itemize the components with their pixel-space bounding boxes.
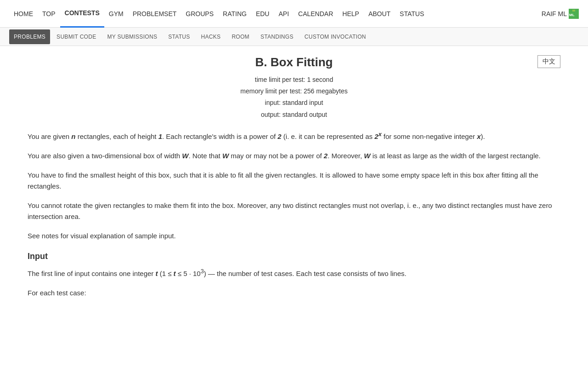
top-navigation: HOME TOP CONTESTS GYM PROBLEMSET GROUPS …: [0, 0, 588, 28]
input-constraint: (1 ≤ t ≤ 5 · 103) — the number of test c…: [158, 270, 407, 277]
memory-limit: memory limit per test: 256 megabytes: [28, 86, 560, 97]
para1-x2: x: [477, 132, 481, 140]
main-content: 中文 B. Box Fitting time limit per test: 1…: [9, 46, 579, 316]
para2-text3: may or may not be a power of: [229, 152, 324, 160]
paragraph-5: See notes for visual explanation of samp…: [28, 230, 560, 242]
input-t: t: [156, 270, 158, 277]
nav-calendar[interactable]: CALENDAR: [294, 0, 338, 28]
para2-text2: . Note that: [189, 152, 222, 160]
para1-text5: for some non-negative integer: [382, 132, 477, 140]
nav-help[interactable]: HELP: [338, 0, 364, 28]
para1-1: 1: [158, 132, 162, 140]
para2-W: W: [182, 152, 188, 160]
svg-rect-1: [572, 10, 575, 12]
input-paragraph: The first line of input contains one int…: [28, 267, 560, 279]
subnav-hacks[interactable]: HACKS: [197, 29, 226, 44]
problem-body: You are given n rectangles, each of heig…: [28, 130, 560, 299]
para1-text1: You are given: [28, 132, 71, 140]
nav-user[interactable]: RAIF ML ML: [542, 9, 579, 19]
input-section-title: Input: [28, 250, 560, 263]
nav-about[interactable]: ABOUT: [364, 0, 395, 28]
paragraph-4: You cannot rotate the given rectangles t…: [28, 200, 560, 222]
user-icon: ML: [569, 9, 579, 19]
translate-button[interactable]: 中文: [537, 55, 560, 68]
para1-text4: (i. e. it can be represented as: [282, 132, 375, 140]
user-label: RAIF ML: [542, 10, 567, 17]
para1-close: ).: [481, 132, 485, 140]
nav-rating[interactable]: RATING: [218, 0, 251, 28]
para2-W3: W: [364, 152, 370, 160]
nav-problemset[interactable]: PROBLEMSET: [128, 0, 181, 28]
problem-meta: time limit per test: 1 second memory lim…: [28, 74, 560, 121]
nav-status[interactable]: STATUS: [395, 0, 429, 28]
para2-text4: . Moreover,: [328, 152, 364, 160]
para2-text5: is at least as large as the width of the…: [371, 152, 541, 160]
nav-contests[interactable]: CONTESTS: [60, 0, 104, 28]
subnav-problems[interactable]: PROBLEMS: [9, 29, 50, 44]
input-text1: The first line of input contains one int…: [28, 270, 156, 277]
para1-2: 2: [277, 132, 281, 140]
subnav-my-submissions[interactable]: MY SUBMISSIONS: [103, 29, 162, 44]
para1-n: n: [71, 132, 75, 140]
para1-xsup: x: [379, 131, 382, 138]
nav-groups[interactable]: GROUPS: [181, 0, 218, 28]
problem-title: B. Box Fitting: [28, 55, 560, 69]
para2-W2: W: [222, 152, 229, 160]
nav-top[interactable]: TOP: [38, 0, 60, 28]
subnav-submit-code[interactable]: SUBMIT CODE: [52, 29, 101, 44]
para1-text3: . Each rectangle's width is a power of: [162, 132, 277, 140]
subnav-custom-invocation[interactable]: CUSTOM INVOCATION: [300, 29, 371, 44]
for-each-paragraph: For each test case:: [28, 288, 560, 299]
subnav-standings[interactable]: STANDINGS: [256, 29, 298, 44]
time-limit: time limit per test: 1 second: [28, 74, 560, 86]
nav-edu[interactable]: EDU: [251, 0, 274, 28]
subnav-status[interactable]: STATUS: [164, 29, 194, 44]
problem-header: 中文 B. Box Fitting time limit per test: 1…: [28, 55, 560, 121]
para2-text1: You are also given a two-dimensional box…: [28, 152, 182, 160]
nav-gym[interactable]: GYM: [104, 0, 128, 28]
paragraph-2: You are also given a two-dimensional box…: [28, 150, 560, 161]
para1-text2: rectangles, each of height: [76, 132, 158, 140]
output-type: output: standard output: [28, 109, 560, 121]
nav-api[interactable]: API: [274, 0, 294, 28]
para2-2: 2: [324, 152, 328, 160]
nav-home[interactable]: HOME: [9, 0, 38, 28]
sub-navigation: PROBLEMS SUBMIT CODE MY SUBMISSIONS STAT…: [0, 28, 588, 46]
paragraph-3: You have to find the smallest height of …: [28, 170, 560, 192]
input-type: input: standard input: [28, 97, 560, 109]
para1-2x: 2: [374, 132, 378, 140]
paragraph-1: You are given n rectangles, each of heig…: [28, 130, 560, 142]
subnav-room[interactable]: ROOM: [227, 29, 254, 44]
svg-text:ML: ML: [569, 13, 575, 17]
